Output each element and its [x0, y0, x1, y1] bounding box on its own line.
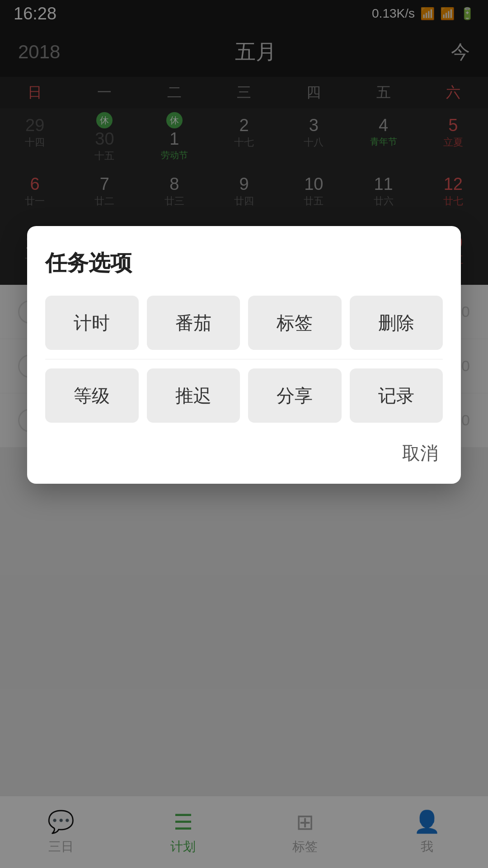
dialog-btn-tomato[interactable]: 番茄 [147, 296, 240, 350]
dialog-cancel-button[interactable]: 取消 [402, 443, 438, 463]
dialog-cancel-area[interactable]: 取消 [45, 432, 443, 470]
dialog-btn-level[interactable]: 等级 [45, 368, 139, 423]
dialog-grid-row1: 计时 番茄 标签 删除 [45, 296, 443, 350]
dialog-btn-timer[interactable]: 计时 [45, 296, 139, 350]
dialog-separator [45, 359, 443, 359]
dialog-btn-postpone[interactable]: 推迟 [147, 368, 240, 423]
task-options-dialog: 任务选项 计时 番茄 标签 删除 等级 推迟 分享 记录 取消 [27, 226, 461, 484]
dialog-btn-record[interactable]: 记录 [350, 368, 443, 423]
dialog-title: 任务选项 [45, 249, 443, 278]
dialog-btn-share[interactable]: 分享 [248, 368, 342, 423]
dialog-grid-row2: 等级 推迟 分享 记录 [45, 368, 443, 423]
dialog-btn-delete[interactable]: 删除 [350, 296, 443, 350]
dialog-btn-tag[interactable]: 标签 [248, 296, 342, 350]
